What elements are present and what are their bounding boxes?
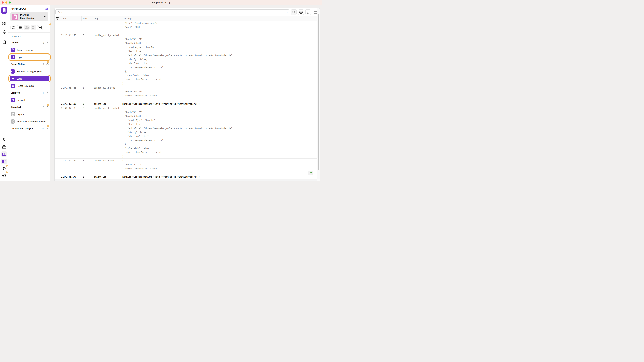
chevron-up-icon [46,42,48,43]
doc-alert-icon[interactable] [0,40,8,44]
log-message-line: { [122,33,234,37]
flipper-logo-icon[interactable] [0,7,8,14]
log-message-line: { [122,86,159,90]
sidebar-item-label: Logs [16,56,22,59]
log-message-line: "bundleDetails": { [122,41,234,45]
log-row[interactable]: 21:42:32.2540bundle_build_done{ "buildID… [54,159,320,175]
main-area: .* ⇆ Time PID Tag Message [54,5,322,181]
pin-to-bottom-button[interactable] [308,171,313,176]
sidebar-item-logs[interactable]: Logs [8,75,50,82]
sidebar-item-label: Crash Reporter [16,49,33,51]
log-message-line: { [122,159,159,163]
zoom-button[interactable] [9,1,11,3]
app-name: testApp [20,13,30,16]
log-time: 21:41:36.466 [60,86,82,102]
log-message-line: "type": "bundle_build_done" [122,94,159,98]
plugin-group-header-device[interactable]: Device2 [8,41,50,45]
group-count: 1 [43,92,44,94]
bug-icon[interactable] [0,167,8,171]
gear-icon[interactable] [0,174,8,178]
info-icon[interactable] [45,7,48,10]
log-message-line: "buildID": "3", [122,163,159,167]
pause-button[interactable] [298,9,304,15]
app-grid-icon[interactable] [0,22,8,25]
case-toggle-icon[interactable]: ⇆ [285,9,288,15]
clear-logs-trash-button[interactable] [306,9,311,15]
log-message-line: "type": "initialize_done", [122,21,158,25]
refresh-button[interactable] [10,25,16,30]
sparkle-button[interactable] [37,25,43,30]
table-options-menu-icon[interactable] [313,9,318,15]
device-menu-button[interactable] [17,25,23,30]
group-label: Enabled [11,91,20,94]
log-tag: client_log [92,102,122,106]
chevron-up-icon [46,63,48,65]
search-button[interactable] [291,9,296,15]
column-header-time[interactable]: Time [60,16,82,21]
sidebar-item-logs[interactable]: Logs [8,53,50,61]
app-selector-dropdown[interactable]: testApp React Native [10,12,48,21]
plugin-group-header-react-native[interactable]: React Native3 [8,63,50,66]
sidebar-item-react-devtools[interactable]: React DevTools [8,82,50,89]
log-message-line: } [122,171,159,175]
plugin-group-header-unavailable-plugins[interactable]: Unavailable plugins11 [8,127,50,131]
rocket-icon[interactable] [0,138,8,142]
sidebar-item-hermes-debugger-rn-[interactable]: </>Hermes Debugger (RN) [8,68,50,75]
target-icon [11,112,15,116]
sidebar-item-shared-preferences-viewer[interactable]: Shared Preferences Viewer [8,118,50,125]
table-header: Time PID Tag Message [54,16,320,21]
sidebar-item-crash-reporter[interactable]: Crash Reporter [8,46,50,53]
log-message-line: "bundleType": "bundle", [122,45,234,49]
sidebar: APP INSPECT testApp React Native PLUGINS [8,5,50,181]
log-message-line: "minify": false, [122,57,234,61]
log-message-line: "dev": true, [122,49,234,53]
log-message-line: "entryFile": "/Users/wavemaker_rn/person… [122,126,234,130]
log-row[interactable]: 21:41:34.2760bundle_build_started{ "buil… [54,33,320,86]
group-count: 2 [43,41,44,44]
log-message-line: } [122,98,159,102]
log-message-line: "platform": "ios", [122,61,234,65]
log-message-line: "isPrefetch": false, [122,146,234,150]
log-time [60,21,82,33]
column-header-message[interactable]: Message [122,16,320,21]
close-button[interactable] [2,1,4,3]
column-header-tag[interactable]: Tag [92,16,122,21]
left-panel-toggle-button[interactable] [1,159,7,164]
right-panel-toggle-button[interactable] [1,152,7,157]
log-row[interactable]: 21:41:36.4660bundle_build_done{ "buildID… [54,86,320,102]
caret-down-icon [44,16,46,17]
log-message-line: "buildID": "1", [122,37,234,41]
log-time: 21:41:37.198 [60,102,82,106]
chevron-up-icon [46,106,48,108]
bug-notification-dot [6,165,8,167]
plugin-group-header-disabled[interactable]: Disabled2 [8,105,50,109]
log-time: 21:42:32.254 [60,159,82,175]
group-label: Device [11,41,18,44]
sidebar-resize-handle[interactable] [50,5,54,181]
plugin-group-header-enabled[interactable]: Enabled1 [8,91,50,95]
log-row[interactable]: 21:41:37.1980client_logRunning "Circular… [54,102,320,106]
scrollbar-thumb[interactable] [318,13,319,170]
sidebar-divider [8,32,50,33]
filter-funnel-icon[interactable] [54,16,60,21]
log-row[interactable]: 21:42:32.1950bundle_build_started{ "buil… [54,106,320,159]
screenshot-camera-button[interactable] [24,25,30,30]
regex-toggle-icon[interactable]: .* [280,9,283,15]
column-header-pid[interactable]: PID [82,16,92,21]
doctor-bag-icon[interactable] [0,145,8,149]
sidebar-item-layout[interactable]: Layout [8,111,50,118]
search-input[interactable] [56,9,289,15]
log-row[interactable]: "type": "initialize_done", "port": 8081} [54,21,320,33]
log-message-line: "type": "bundle_build_started" [122,78,234,81]
log-message-line: "runtimeBytecodeVersion": null [122,139,234,142]
group-notification-dot [47,104,49,106]
screen-record-button[interactable] [30,25,36,30]
sparkle-notification-dot [49,23,51,25]
log-message-line: "runtimeBytecodeVersion": null [122,65,234,69]
minimize-button[interactable] [5,1,8,3]
log-message-line: "bundleDetails": { [122,114,234,118]
vertical-scrollbar[interactable] [317,8,320,181]
log-message-line: }, [122,70,234,74]
log-row[interactable]: 21:42:33.1770client_logRunning "Circular… [54,175,320,179]
sidebar-item-network[interactable]: Network [8,96,50,104]
